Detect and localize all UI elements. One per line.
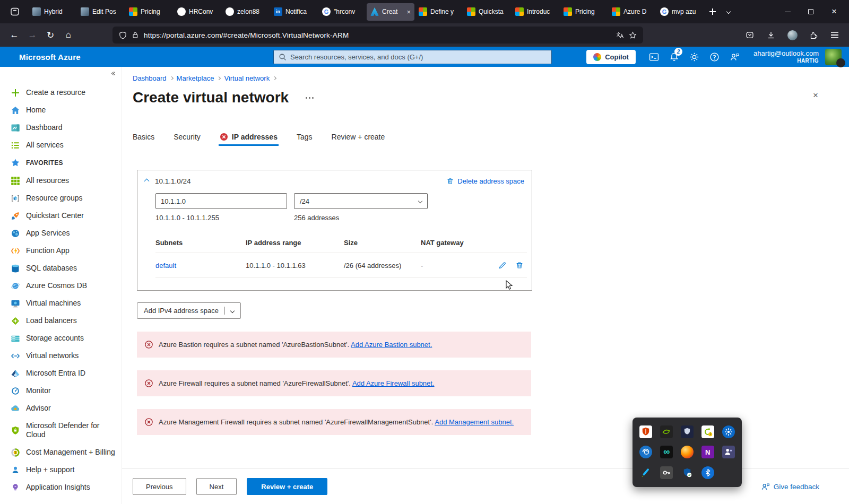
windows-security-icon[interactable] — [681, 466, 694, 479]
browser-tab[interactable]: inNotifica — [270, 3, 318, 21]
edit-subnet-icon[interactable] — [498, 261, 507, 270]
cloud-shell-icon[interactable] — [645, 49, 663, 65]
address-bar[interactable]: https://portal.azure.com/#create/Microso… — [112, 27, 643, 44]
sidebar-item-advisor[interactable]: Advisor — [0, 399, 122, 417]
minimize-button[interactable] — [776, 1, 799, 22]
settings-gear-icon[interactable] — [686, 49, 704, 65]
sidebar-item-monitor[interactable]: Monitor — [0, 382, 122, 399]
browser-tab[interactable]: G"hrconv — [318, 3, 366, 21]
sidebar-item-load-balancers[interactable]: Load balancers — [0, 312, 122, 329]
azure-brand[interactable]: Microsoft Azure — [19, 53, 81, 62]
sidebar-item-all-resources[interactable]: All resources — [0, 172, 122, 189]
tab-tags[interactable]: Tags — [297, 133, 313, 146]
pocket-icon[interactable] — [741, 27, 759, 44]
address-space-input[interactable] — [155, 193, 287, 209]
sidebar-item-all-services[interactable]: All services — [0, 136, 122, 154]
sidebar-item-virtual-machines[interactable]: Virtual machines — [0, 294, 122, 312]
tab-review-create[interactable]: Review + create — [332, 133, 385, 146]
delete-address-space-link[interactable]: Delete address space — [446, 177, 524, 185]
sidebar-item-create-a-resource[interactable]: Create a resource — [0, 84, 122, 101]
home-icon[interactable]: ⌂ — [59, 27, 77, 44]
copilot-button[interactable]: Copilot — [586, 50, 636, 64]
nvidia-settings-icon[interactable] — [660, 425, 673, 438]
stylus-pen-icon[interactable] — [639, 466, 652, 479]
back-icon[interactable]: ← — [5, 27, 23, 44]
breadcrumb-dashboard[interactable]: Dashboard — [133, 74, 167, 82]
breadcrumb-virtual-network[interactable]: Virtual network — [224, 74, 270, 82]
sidebar-item-app-services[interactable]: App Services — [0, 224, 122, 242]
sidebar-item-function-app[interactable]: Function App — [0, 242, 122, 259]
lock-icon[interactable] — [132, 31, 139, 39]
translate-icon[interactable] — [616, 31, 624, 39]
give-feedback-link[interactable]: Give feedback — [761, 482, 819, 491]
tab-basics[interactable]: Basics — [133, 133, 154, 146]
sidebar-item-microsoft-entra-id[interactable]: Microsoft Entra ID — [0, 364, 122, 382]
browser-tab[interactable]: Define y — [415, 3, 463, 21]
downloads-icon[interactable] — [762, 27, 780, 44]
search-input[interactable] — [290, 53, 547, 61]
reload-icon[interactable]: ↻ — [41, 27, 59, 44]
account-info[interactable]: ahartig@outlook.com HARTIG — [753, 49, 819, 65]
sidebar-item-quickstart-center[interactable]: Quickstart Center — [0, 207, 122, 224]
sidebar-item-azure-cosmos-db[interactable]: Azure Cosmos DB — [0, 277, 122, 294]
sidebar-item-home[interactable]: Home — [0, 101, 122, 119]
sidebar-item-application-insights[interactable]: Application Insights — [0, 479, 122, 496]
browser-tab[interactable]: Azure D — [608, 3, 656, 21]
sidebar-item-help-support[interactable]: Help + support — [0, 461, 122, 479]
windows-update-icon[interactable] — [722, 425, 735, 438]
browser-tab[interactable]: Creat× — [367, 3, 414, 21]
firefox-view-icon[interactable] — [6, 4, 23, 20]
add-ipv4-address-space-button[interactable]: Add IPv4 address space — [137, 302, 241, 319]
account-avatar[interactable] — [825, 49, 842, 65]
credentials-key-icon[interactable] — [660, 466, 673, 479]
delete-subnet-icon[interactable] — [515, 261, 524, 270]
onenote-icon[interactable]: N — [701, 446, 714, 458]
restore-button[interactable] — [799, 1, 822, 22]
sync-status-icon[interactable] — [701, 425, 714, 438]
breadcrumb-marketplace[interactable]: Marketplace — [177, 74, 214, 82]
add-management-subnet-link[interactable]: Add Management subnet. — [435, 418, 514, 426]
sidebar-item-microsoft-defender-for-cloud[interactable]: Microsoft Defender for Cloud — [0, 417, 122, 444]
sidebar-item-resource-groups[interactable]: Resource groups — [0, 189, 122, 207]
sidebar-item-cost-management-billing[interactable]: $Cost Management + Billing — [0, 444, 122, 461]
browser-tab[interactable]: HRConv — [174, 3, 221, 21]
collapse-address-space-icon[interactable] — [145, 179, 149, 183]
meta-infinity-icon[interactable]: ∞ — [660, 446, 673, 458]
browser-tab[interactable]: Edit Pos — [77, 3, 125, 21]
add-bastion-subnet-link[interactable]: Add Azure Bastion subnet. — [351, 341, 432, 349]
extensions-puzzle-icon[interactable] — [804, 27, 822, 44]
tab-security[interactable]: Security — [174, 133, 201, 146]
feedback-person-icon[interactable] — [726, 49, 744, 65]
next-button[interactable]: Next — [196, 478, 237, 495]
sidebar-item-dashboard[interactable]: Dashboard — [0, 119, 122, 136]
subnet-name-link[interactable]: default — [155, 262, 246, 270]
browser-tab[interactable]: Introduc — [512, 3, 559, 21]
tracking-shield-icon[interactable] — [119, 31, 127, 39]
browser-tab[interactable]: Pricing — [560, 3, 608, 21]
review-create-button[interactable]: Review + create — [247, 478, 327, 495]
sidebar-item-virtual-networks[interactable]: Virtual networks — [0, 347, 122, 364]
browser-tab[interactable]: Pricing — [125, 3, 173, 21]
close-button[interactable]: × — [822, 1, 846, 22]
global-search[interactable] — [273, 50, 552, 64]
close-blade-icon[interactable]: × — [813, 90, 818, 101]
browser-tab[interactable]: Quicksta — [463, 3, 511, 21]
tab-ip-addresses[interactable]: IP addresses — [220, 133, 278, 146]
connectivity-swirl-icon[interactable] — [639, 446, 652, 458]
tab-close-icon[interactable]: × — [406, 8, 411, 16]
browser-tab[interactable]: Hybrid — [29, 3, 76, 21]
notifications-bell-icon[interactable]: 2 — [665, 49, 683, 65]
firefox-icon[interactable] — [681, 446, 694, 458]
forward-icon[interactable]: → — [23, 27, 41, 44]
bookmark-star-icon[interactable] — [629, 31, 637, 39]
help-icon[interactable] — [706, 49, 724, 65]
add-firewall-subnet-link[interactable]: Add Azure Firewall subnet. — [352, 379, 435, 387]
sidebar-item-sql-databases[interactable]: SQL databases — [0, 259, 122, 277]
menu-hamburger-icon[interactable] — [826, 27, 844, 44]
defender-app-dark-icon[interactable] — [681, 425, 694, 438]
list-all-tabs-icon[interactable] — [721, 4, 737, 20]
new-tab-button[interactable] — [705, 4, 721, 20]
sidebar-item-storage-accounts[interactable]: Storage accounts — [0, 329, 122, 347]
bluetooth-icon[interactable] — [701, 466, 714, 479]
profile-avatar[interactable] — [783, 27, 801, 44]
